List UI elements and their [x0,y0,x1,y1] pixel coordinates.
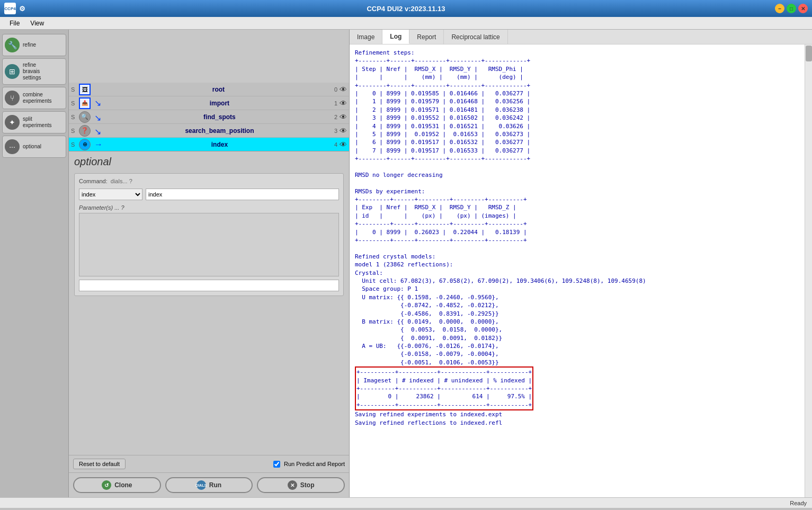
optional-title: optional [74,156,344,168]
app-logo: CCP4 [4,3,16,14]
row-eye-search-beam[interactable]: 👁 [340,127,347,135]
log-content: Refinement steps: +--------+------+-----… [350,44,812,497]
title-left: CCP4 ⚙ [4,3,25,14]
row-name-search-beam: search_beam_position [105,127,334,135]
bottom-bar: Reset to default Run Predict and Report [69,455,349,472]
tab-image[interactable]: Image [350,30,382,44]
optional-label: optional [23,144,41,150]
pipeline-area: S 🖼 root 0 👁 S 📥 ↘ import 1 👁 [69,30,349,151]
row-eye-import[interactable]: 👁 [340,99,347,108]
run-predict-label: Run Predict and Report [284,461,345,467]
stop-icon: ✕ [288,480,297,490]
command-row: Command: dials... ? [79,178,339,184]
params-label: Parameter(s) ... ? [79,204,339,211]
run-icon: DIALS [197,480,206,490]
statusbar: Ready [0,497,812,508]
pipeline-row-index[interactable]: S ⊕ → index 4 👁 [69,138,349,151]
params-area [79,213,339,276]
refine-bravais-label: refinebravaissettings [23,62,41,81]
index-node-icon: ⊕ [79,139,91,150]
find-spots-node-icon: 🔍 [79,111,91,123]
settings-icon[interactable]: ⚙ [19,5,25,13]
row-eye-index[interactable]: 👁 [340,140,347,149]
clone-label: Clone [114,481,132,489]
pipeline-row-search-beam[interactable]: S ❓ ↘ search_beam_position 3 👁 [69,124,349,138]
optional-box: Command: dials... ? index Parameter(s) .… [74,173,344,296]
menubar: File View [0,17,812,30]
status-text: Ready [790,500,807,506]
split-icon: ✦ [5,115,20,130]
run-label: Run [209,481,221,489]
run-predict-checkbox[interactable] [273,461,280,468]
action-buttons: ↺ Clone DIALS Run ✕ Stop [69,472,349,497]
optional-section: optional Command: dials... ? index Param… [69,151,349,455]
command-input[interactable] [146,189,339,200]
stop-button[interactable]: ✕ Stop [257,477,345,493]
row-eye-find-spots[interactable]: 👁 [340,113,347,121]
tab-reciprocal-lattice[interactable]: Reciprocal lattice [444,30,507,44]
sidebar: 🔧 refine ⊞ refinebravaissettings ⑂ combi… [0,30,69,497]
window-controls: – □ ✕ [775,4,808,13]
main-layout: 🔧 refine ⊞ refinebravaissettings ⑂ combi… [0,30,812,497]
log-text: Refinement steps: +--------+------+-----… [355,49,807,427]
pipeline-row-find-spots[interactable]: S 🔍 ↘ find_spots 2 👁 [69,110,349,124]
log-scrollbar[interactable] [805,44,812,497]
optional-icon: ··· [5,139,20,154]
import-node-icon: 📥 [79,97,91,109]
pipeline-rows: S 🖼 root 0 👁 S 📥 ↘ import 1 👁 [69,83,349,151]
pipeline-row-root[interactable]: S 🖼 root 0 👁 [69,83,349,96]
menu-view[interactable]: View [25,19,49,28]
menu-file[interactable]: File [4,19,25,28]
clone-icon: ↺ [102,480,111,490]
maximize-button[interactable]: □ [787,4,796,13]
sidebar-btn-combine[interactable]: ⑂ combineexperiments [2,87,66,109]
close-button[interactable]: ✕ [798,4,808,13]
log-scroll-thumb [806,46,812,61]
refine-label: refine [23,42,36,48]
refine-bravais-icon: ⊞ [5,64,20,79]
row-name-import: import [105,100,334,107]
sidebar-btn-refine-bravais[interactable]: ⊞ refinebravaissettings [2,58,66,85]
command-select[interactable]: index [79,189,142,200]
stop-label: Stop [300,481,315,489]
tab-bar: Image Log Report Reciprocal lattice [350,30,812,44]
row-name-index: index [105,141,334,148]
row-name-root: root [103,86,334,93]
tab-report[interactable]: Report [409,30,444,44]
command-dials-text: dials... ? [111,178,132,184]
row-num-find-spots: 2 [334,114,337,120]
row-num-search-beam: 3 [334,128,337,134]
tab-log[interactable]: Log [382,30,409,44]
row-eye-root[interactable]: 👁 [340,85,347,94]
split-label: splitexperiments [23,116,51,129]
sidebar-btn-refine[interactable]: 🔧 refine [2,34,66,56]
combine-label: combineexperiments [23,92,51,104]
row-num-root: 0 [334,86,337,93]
center-panel: S 🖼 root 0 👁 S 📥 ↘ import 1 👁 [69,30,350,497]
row-num-index: 4 [334,141,337,148]
clone-button[interactable]: ↺ Clone [73,477,161,493]
combine-icon: ⑂ [5,91,20,105]
run-button[interactable]: DIALS Run [165,477,253,493]
sidebar-btn-split[interactable]: ✦ splitexperiments [2,111,66,133]
search-beam-node-icon: ❓ [79,125,91,137]
right-panel: Image Log Report Reciprocal lattice Refi… [350,30,812,497]
row-name-find-spots: find_spots [105,113,334,121]
refine-icon: 🔧 [5,38,20,52]
pipeline-top-empty [69,30,349,83]
params-input[interactable] [79,280,339,291]
row-num-import: 1 [334,100,337,106]
sidebar-btn-optional[interactable]: ··· optional [2,136,66,158]
titlebar: CCP4 ⚙ CCP4 DUI2 v:2023.11.13 – □ ✕ [0,0,812,17]
minimize-button[interactable]: – [775,4,784,13]
command-label: Command: [79,178,108,184]
pipeline-row-import[interactable]: S 📥 ↘ import 1 👁 [69,96,349,110]
app-title: CCP4 DUI2 v:2023.11.13 [367,5,445,13]
reset-button[interactable]: Reset to default [73,459,126,469]
root-node-icon: 🖼 [79,84,91,95]
